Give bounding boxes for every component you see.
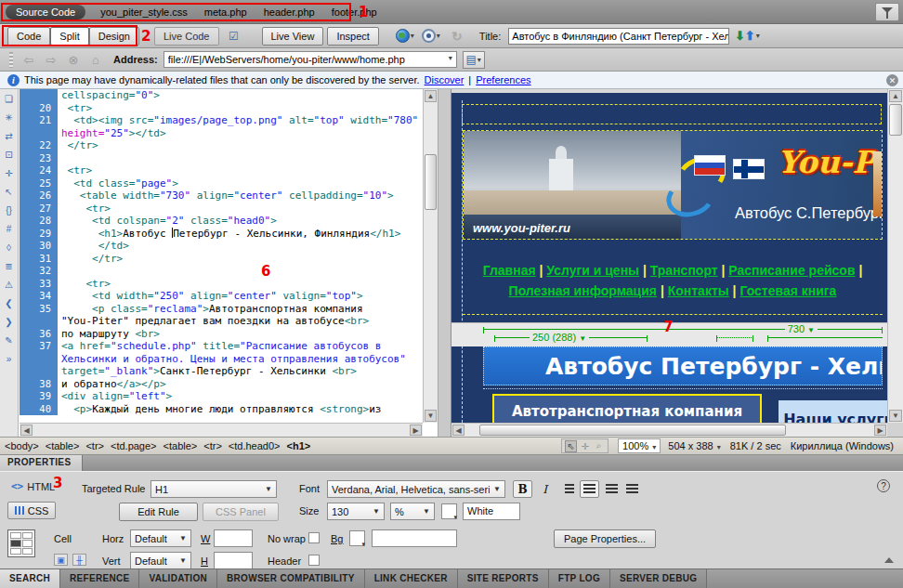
tag-selector-item[interactable]: <table>: [46, 440, 80, 451]
code-line[interactable]: target="_blank">Санкт-Петербург - Хельси…: [20, 365, 423, 378]
site-menu-link[interactable]: Расписание рейсов: [728, 263, 855, 278]
zoom-level-select[interactable]: 100% ▾: [618, 438, 661, 453]
source-code-tab[interactable]: Source Code: [6, 5, 85, 20]
results-tab-reference[interactable]: REFERENCE: [60, 569, 139, 588]
back-button[interactable]: ⇦: [20, 53, 37, 67]
remove-comment-icon[interactable]: ❯: [2, 316, 17, 329]
align-center-button[interactable]: [580, 480, 599, 498]
code-line[interactable]: "You-Piter" предлагает вам поездки на ав…: [20, 315, 423, 328]
empty-table-row-outline[interactable]: [462, 104, 882, 124]
code-line[interactable]: 25 <td class="page">: [20, 177, 423, 190]
live-code-button[interactable]: Live Code: [154, 27, 219, 46]
site-menu-link[interactable]: Услуги и цены: [546, 263, 639, 278]
code-line[interactable]: 28 <td colspan="2" class="head0">: [20, 215, 423, 228]
properties-tab[interactable]: PROPERTIES: [0, 455, 83, 471]
css-mode-button[interactable]: CSS: [7, 502, 56, 519]
bold-button[interactable]: B: [513, 480, 532, 498]
view-button-design[interactable]: Design: [89, 27, 139, 46]
size-select[interactable]: 130▼: [327, 503, 385, 520]
select-parent-tag-icon[interactable]: ↖: [2, 186, 17, 199]
design-horizontal-scrollbar[interactable]: ◀ ▶: [452, 423, 887, 437]
code-line[interactable]: 22 </tr>: [20, 139, 423, 152]
css-panel-button[interactable]: CSS Panel: [203, 503, 279, 521]
code-line[interactable]: 39<div align="left">: [20, 390, 423, 403]
table-width-label-730[interactable]: 730 ▼: [785, 323, 818, 334]
results-tab-link-checker[interactable]: LINK CHECKER: [365, 569, 458, 588]
nowrap-checkbox[interactable]: [308, 532, 320, 543]
stop-button[interactable]: ⊗: [65, 53, 82, 67]
design-pane[interactable]: You-Piter Автобус С.Петербург-Хельсинки …: [452, 89, 903, 437]
results-tab-site-reports[interactable]: SITE REPORTS: [458, 569, 549, 588]
scroll-up-icon[interactable]: ▲: [425, 90, 437, 102]
check-page-icon[interactable]: ☑: [223, 27, 245, 45]
format-source-code-icon[interactable]: ✎: [2, 334, 17, 347]
italic-button[interactable]: I: [535, 480, 555, 498]
tag-selector-item[interactable]: <h1>: [287, 440, 311, 451]
related-file-tab[interactable]: footer.php: [332, 7, 377, 18]
hand-tool-icon[interactable]: ✛: [579, 441, 591, 451]
site-header-image[interactable]: You-Piter Автобус С.Петербург-Хельсинки …: [463, 130, 883, 240]
refresh-button[interactable]: ↻: [446, 27, 468, 45]
horz-select[interactable]: Default▼: [130, 529, 191, 547]
pane-splitter[interactable]: [438, 89, 452, 437]
related-file-tab[interactable]: you_piter_style.css: [100, 7, 188, 18]
home-button[interactable]: ⌂: [87, 53, 104, 67]
info-bar-toggle-icon[interactable]: ≣: [2, 260, 17, 273]
reclama-box[interactable]: Автотранспортная компания "You-Piter" пр…: [492, 394, 762, 423]
code-line[interactable]: 33 <tr>: [20, 278, 423, 291]
page-heading-banner[interactable]: Автобус Петербург - Хельсинки: [483, 346, 883, 385]
html-mode-button[interactable]: <> HTML: [11, 480, 55, 492]
design-canvas[interactable]: You-Piter Автобус С.Петербург-Хельсинки …: [452, 89, 887, 423]
scroll-down-icon[interactable]: ▼: [889, 410, 902, 422]
align-left-button[interactable]: [559, 480, 579, 498]
select-tool-icon[interactable]: ⇖: [565, 440, 577, 452]
site-menu-link[interactable]: Гостевая книга: [739, 283, 836, 298]
column-width-label-250[interactable]: 250 (288) ▼: [530, 332, 589, 343]
table-width-bar[interactable]: 730 ▼ 250 (288) ▼: [452, 322, 887, 346]
collapse-selection-icon[interactable]: ⊡: [2, 149, 17, 162]
code-editor[interactable]: cellspacing="0">20 <tr>21 <td><img src="…: [20, 89, 423, 423]
scroll-up-icon[interactable]: ▲: [889, 90, 902, 102]
zoom-tool-icon[interactable]: ⌕: [593, 440, 605, 451]
size-unit-select[interactable]: %▼: [390, 503, 435, 520]
code-line[interactable]: 31 </tr>: [20, 253, 423, 266]
tag-selector-item[interactable]: <td.head0>: [229, 440, 281, 451]
forward-button[interactable]: ⇨: [43, 53, 59, 67]
panel-collapse-icon[interactable]: [884, 557, 894, 563]
preview-in-browser-button[interactable]: ▾: [394, 27, 416, 45]
scrollbar-thumb[interactable]: [479, 425, 786, 436]
help-icon[interactable]: ?: [877, 479, 890, 492]
results-tab-validation[interactable]: VALIDATION: [139, 569, 217, 588]
code-line[interactable]: 35 <p class="reclama">Автотранспортная к…: [20, 303, 423, 316]
code-line[interactable]: cellspacing="0">: [20, 89, 423, 102]
tag-selector-item[interactable]: <tr>: [203, 440, 222, 451]
apply-comment-icon[interactable]: ❮: [2, 297, 17, 310]
code-line[interactable]: 23: [20, 152, 423, 165]
bg-color-input[interactable]: [372, 529, 457, 547]
scrollbar-thumb[interactable]: [425, 154, 437, 210]
results-tab-server-debug[interactable]: SERVER DEBUG: [610, 569, 707, 588]
vert-select[interactable]: Default▼: [130, 552, 191, 569]
site-menu-link[interactable]: Главная: [483, 263, 536, 278]
targeted-rule-select[interactable]: H1▼: [150, 480, 277, 498]
balance-braces-icon[interactable]: {}: [2, 204, 17, 217]
code-line[interactable]: 21 <td><img src="images/page_top.png" al…: [20, 114, 423, 127]
visual-aids-button[interactable]: ▾: [420, 27, 442, 45]
code-line[interactable]: 27 <tr>: [20, 203, 423, 216]
scroll-right-icon[interactable]: ▶: [410, 425, 422, 436]
scroll-right-icon[interactable]: ▶: [874, 425, 886, 436]
site-menu-link[interactable]: Контакты: [668, 283, 729, 298]
code-vertical-scrollbar[interactable]: ▲ ▼: [423, 89, 438, 423]
code-line[interactable]: 29 <h1>Автобус Петербург - Хельсинки, Фи…: [20, 228, 423, 241]
code-line[interactable]: 36по маршруту <br>: [20, 328, 423, 341]
scroll-down-icon[interactable]: ▼: [425, 410, 437, 422]
code-line[interactable]: 40 <p>Каждый день многие люди отправляют…: [20, 403, 423, 416]
results-tab-ftp-log[interactable]: FTP LOG: [549, 569, 610, 588]
window-size-select[interactable]: 504 x 388 ▾: [668, 440, 720, 451]
merge-cells-icon[interactable]: ▣: [54, 554, 68, 566]
design-vertical-scrollbar[interactable]: ▲ ▼: [887, 89, 903, 423]
toolbar-grip[interactable]: [9, 52, 13, 68]
code-line[interactable]: 20 <tr>: [20, 102, 423, 115]
line-numbers-icon[interactable]: #: [2, 223, 17, 236]
scrollbar-thumb[interactable]: [889, 104, 902, 136]
